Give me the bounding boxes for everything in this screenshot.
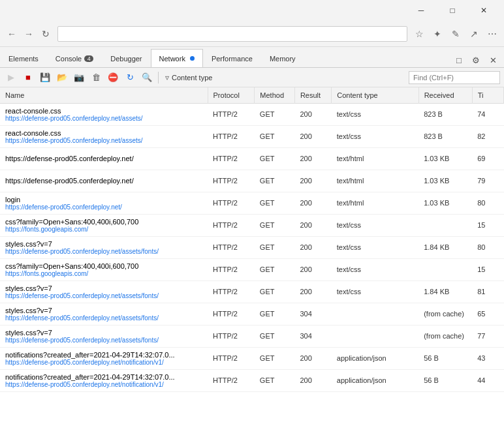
- table-row[interactable]: styles.css?v=7https://defense-prod05.con…: [0, 236, 504, 258]
- row-url: https://defense-prod05.conferdeploy.net/…: [5, 381, 202, 388]
- close-button[interactable]: ✕: [469, 0, 499, 21]
- row-content_type: application/json: [332, 347, 418, 369]
- row-received: [418, 258, 472, 280]
- table-row[interactable]: styles.css?v=7https://defense-prod05.con…: [0, 325, 504, 347]
- table-row[interactable]: loginhttps://defense-prod05.conferdeploy…: [0, 192, 504, 214]
- row-result: 200: [294, 103, 331, 125]
- tab-console[interactable]: Console 4: [47, 49, 102, 67]
- bookmark-icon[interactable]: ☆: [413, 27, 426, 40]
- row-received: 1.03 KB: [418, 170, 472, 192]
- col-header-result: Result: [294, 87, 331, 103]
- row-name: styles.css?v=7: [5, 307, 52, 314]
- network-toolbar: ▶ ■ 💾 📂 📷 🗑 ⛔ ↻ 🔍 ▿ Content type: [0, 68, 504, 87]
- import-button[interactable]: 📂: [55, 70, 69, 85]
- record-button[interactable]: ▶: [4, 70, 18, 85]
- reload-icon[interactable]: ↻: [39, 27, 52, 40]
- row-name: css?family=Open+Sans:400,400i,600,700: [5, 262, 138, 270]
- table-row[interactable]: css?family=Open+Sans:400,400i,600,700htt…: [0, 214, 504, 236]
- row-ti: 65: [472, 303, 503, 325]
- network-table-container[interactable]: Name Protocol Method Result Content type…: [0, 87, 504, 424]
- row-name: styles.css?v=7: [5, 329, 52, 337]
- table-row[interactable]: react-console.csshttps://defense-prod05.…: [0, 103, 504, 125]
- row-received: (from cache): [418, 325, 472, 347]
- search-button[interactable]: 🔍: [140, 70, 154, 85]
- row-received: (from cache): [418, 303, 472, 325]
- toolbar-separator: [158, 72, 159, 83]
- pen-icon[interactable]: ✎: [449, 27, 462, 40]
- row-result: 200: [294, 347, 331, 369]
- content-type-label: Content type: [172, 74, 212, 82]
- table-row[interactable]: styles.css?v=7https://defense-prod05.con…: [0, 303, 504, 325]
- row-content_type: [332, 303, 418, 325]
- tab-elements[interactable]: Elements: [0, 49, 47, 67]
- table-row[interactable]: https://defense-prod05.conferdeploy.net/…: [0, 147, 504, 170]
- forward-icon[interactable]: →: [22, 27, 35, 40]
- row-ti: 79: [472, 170, 503, 192]
- table-row[interactable]: notifications?created_after=2021-04-29T1…: [0, 347, 504, 369]
- row-protocol: HTTP/2: [208, 125, 255, 147]
- throttle-button[interactable]: ↻: [123, 70, 137, 85]
- devtools-close-icon[interactable]: ✕: [486, 53, 500, 67]
- row-protocol: HTTP/2: [208, 170, 255, 192]
- row-name: react-console.css: [5, 129, 61, 137]
- row-protocol: HTTP/2: [208, 258, 255, 280]
- maximize-button[interactable]: □: [437, 0, 467, 21]
- row-protocol: HTTP/2: [208, 236, 255, 258]
- row-name: react-console.css: [5, 107, 61, 115]
- row-method: GET: [255, 192, 295, 214]
- row-url: https://defense-prod05.conferdeploy.net/…: [5, 137, 202, 144]
- table-row[interactable]: css?family=Open+Sans:400,400i,600,700htt…: [0, 258, 504, 280]
- col-header-name: Name: [0, 87, 208, 103]
- row-result: 200: [294, 147, 331, 170]
- row-ti: 77: [472, 325, 503, 347]
- row-received: [418, 214, 472, 236]
- row-received: 823 B: [418, 125, 472, 147]
- disable-cache-button[interactable]: ⛔: [106, 70, 120, 85]
- tab-network[interactable]: Network: [151, 49, 203, 67]
- trash-button[interactable]: 🗑: [89, 70, 103, 85]
- row-content_type: application/json: [332, 369, 418, 391]
- star-icon[interactable]: ✦: [431, 27, 444, 40]
- save-button[interactable]: 💾: [38, 70, 52, 85]
- row-protocol: HTTP/2: [208, 369, 255, 391]
- network-table: Name Protocol Method Result Content type…: [0, 87, 504, 392]
- tab-debugger[interactable]: Debugger: [102, 49, 150, 67]
- table-row[interactable]: notifications?created_after=2021-04-29T1…: [0, 369, 504, 391]
- table-row[interactable]: https://defense-prod05.conferdeploy.net/…: [0, 170, 504, 192]
- row-content_type: text/css: [332, 103, 418, 125]
- col-header-content-type: Content type: [332, 87, 418, 103]
- minimize-button[interactable]: ─: [406, 0, 436, 21]
- row-ti: 15: [472, 214, 503, 236]
- back-icon[interactable]: ←: [5, 27, 18, 40]
- row-result: 200: [294, 369, 331, 391]
- stop-button[interactable]: ■: [21, 70, 35, 85]
- row-received: 1.84 KB: [418, 280, 472, 303]
- row-name: login: [5, 196, 20, 204]
- settings-icon[interactable]: ⚙: [469, 53, 483, 67]
- row-ti: 74: [472, 103, 503, 125]
- network-active-dot: [190, 56, 195, 61]
- table-header-row: Name Protocol Method Result Content type…: [0, 87, 504, 103]
- row-method: GET: [255, 325, 295, 347]
- row-result: 200: [294, 192, 331, 214]
- dock-icon[interactable]: □: [452, 53, 466, 67]
- row-content_type: text/html: [332, 170, 418, 192]
- share-icon[interactable]: ↗: [467, 27, 480, 40]
- table-row[interactable]: styles.css?v=7https://defense-prod05.con…: [0, 280, 504, 303]
- tab-memory[interactable]: Memory: [261, 49, 304, 67]
- row-url: https://defense-prod05.conferdeploy.net/…: [5, 337, 202, 344]
- row-ti: 43: [472, 347, 503, 369]
- tab-performance[interactable]: Performance: [203, 49, 261, 67]
- row-method: GET: [255, 303, 295, 325]
- screenshot-button[interactable]: 📷: [72, 70, 86, 85]
- table-row[interactable]: react-console.csshttps://defense-prod05.…: [0, 125, 504, 147]
- row-content_type: text/css: [332, 125, 418, 147]
- find-box: [409, 71, 500, 84]
- row-ti: 81: [472, 280, 503, 303]
- row-method: GET: [255, 125, 295, 147]
- row-received: 56 B: [418, 369, 472, 391]
- row-method: GET: [255, 147, 295, 170]
- content-type-filter[interactable]: ▿ Content type: [165, 73, 212, 82]
- more-icon[interactable]: ⋯: [486, 27, 499, 40]
- find-input[interactable]: [409, 71, 500, 84]
